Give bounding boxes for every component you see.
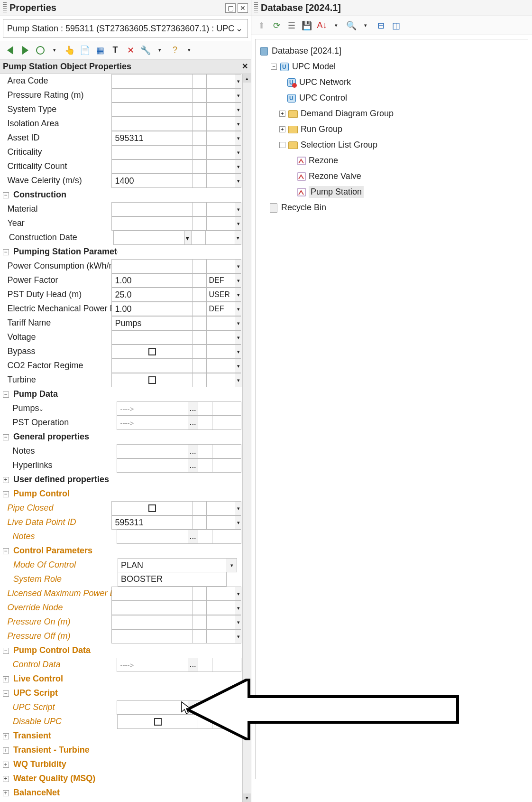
dropdown-co2-factor[interactable]: ▾ <box>236 359 241 373</box>
window-icon[interactable]: ◫ <box>390 19 402 32</box>
browse-control-data-button[interactable]: ... <box>188 658 198 672</box>
dropdown-area-code[interactable]: ▾ <box>236 74 241 88</box>
dropdown-isolation-area[interactable]: ▾ <box>236 117 241 131</box>
input-pressure-off[interactable] <box>111 629 192 643</box>
target-button[interactable] <box>34 44 46 56</box>
expander-construction[interactable]: − <box>3 192 9 198</box>
dropdown-power-consumption[interactable]: ▾ <box>236 259 241 273</box>
delete-icon[interactable]: ✕ <box>124 44 137 56</box>
tree-root[interactable]: Database [2024.1] <box>259 43 524 59</box>
close-button[interactable] <box>238 3 248 13</box>
dropdown-power-factor[interactable]: ▾ <box>236 273 241 288</box>
input-wave-celerity[interactable]: 1400 <box>111 174 192 188</box>
document-icon[interactable]: 📄 <box>79 44 91 56</box>
tree-run-group[interactable]: +Run Group <box>259 121 524 137</box>
text-icon[interactable]: T <box>109 44 121 56</box>
checkbox-turbine[interactable] <box>111 373 192 387</box>
dropdown-voltage[interactable]: ▾ <box>236 330 241 345</box>
input-criticality[interactable] <box>111 145 192 159</box>
input-pressure-rating[interactable] <box>111 88 192 103</box>
pointer-icon[interactable]: 👆 <box>64 44 76 56</box>
dropdown-criticality[interactable]: ▾ <box>236 145 241 159</box>
dropdown-criticality-count[interactable]: ▾ <box>236 159 241 174</box>
expander-water-quality-msq[interactable]: + <box>3 776 9 782</box>
tree-selection-list[interactable]: −Selection List Group <box>259 137 524 153</box>
target-dropdown[interactable]: ▾ <box>48 44 61 56</box>
dropdown-bypass[interactable]: ▾ <box>236 345 241 359</box>
tree-rezone-valve[interactable]: Rezone Valve <box>259 168 524 184</box>
input-live-data-point[interactable]: 595311 <box>111 515 192 530</box>
scroll-up-icon[interactable]: ▴ <box>243 74 251 83</box>
input-mode-of-control[interactable]: PLAN <box>118 558 227 572</box>
input-asset-id[interactable]: 595311 <box>111 131 192 145</box>
input-notes2[interactable] <box>117 530 188 544</box>
sort-dropdown[interactable]: ▾ <box>330 19 342 32</box>
dropdown-pst-duty-head[interactable]: ▾ <box>236 288 241 302</box>
input-isolation-area[interactable] <box>111 117 192 131</box>
dropdown-licensed-max-power[interactable]: ▾ <box>236 587 241 601</box>
tree-demand-diagram[interactable]: +Demand Diagram Group <box>259 106 524 121</box>
expander-balancenet[interactable]: + <box>3 790 9 796</box>
input-criticality-count[interactable] <box>111 159 192 174</box>
tree-upc-model[interactable]: −UPC Model <box>259 59 524 75</box>
input-notes[interactable] <box>117 444 188 458</box>
expand-pumps-icon[interactable]: ⌄ <box>39 406 44 412</box>
dropdown-asset-id[interactable]: ▾ <box>236 131 241 145</box>
expander-selection-list[interactable]: − <box>279 142 285 148</box>
browse-pst-operation-button[interactable]: ... <box>188 416 198 430</box>
dropdown-system-type[interactable]: ▾ <box>236 103 241 117</box>
expander-upc-script[interactable]: − <box>3 690 9 697</box>
checkbox-disable-upc[interactable] <box>117 715 198 729</box>
input-year[interactable] <box>111 216 192 231</box>
dropdown-year[interactable]: ▾ <box>236 216 241 231</box>
input-system-type[interactable] <box>111 103 192 117</box>
dropdown-elec-mech[interactable]: ▾ <box>236 302 241 316</box>
scroll-down-icon[interactable]: ▾ <box>243 793 251 802</box>
help-dropdown[interactable]: ▾ <box>183 44 195 56</box>
grid-icon[interactable]: ▦ <box>94 44 106 56</box>
input-system-role[interactable]: BOOSTER <box>118 572 227 587</box>
input-pst-operation[interactable]: ----> <box>117 416 188 430</box>
expander-pumping-station-params[interactable]: − <box>3 249 9 255</box>
connect-icon[interactable]: ⊟ <box>375 19 387 32</box>
expander-run-group[interactable]: + <box>279 126 285 132</box>
dropdown-override-node[interactable]: ▾ <box>236 601 241 615</box>
browse-upc-script-button[interactable]: ... <box>188 700 198 715</box>
grip-icon[interactable] <box>3 2 7 14</box>
wrench-dropdown[interactable]: ▾ <box>154 44 166 56</box>
expander-pump-control[interactable]: − <box>3 491 9 497</box>
find-dropdown[interactable]: ▾ <box>359 19 372 32</box>
expander-user-defined[interactable]: + <box>3 477 9 483</box>
up-arrow-icon[interactable]: ⬆ <box>255 19 267 32</box>
expander-upc-model[interactable]: − <box>271 64 277 70</box>
checkbox-pipe-closed[interactable] <box>111 501 192 515</box>
tree-pump-station[interactable]: Pump Station <box>259 184 524 200</box>
dropdown-pipe-closed[interactable]: ▾ <box>236 501 241 515</box>
browse-notes2-button[interactable]: ... <box>188 530 198 544</box>
tree-upc-network[interactable]: UPC Network <box>259 75 524 90</box>
object-selector-dropdown[interactable]: ⌄ <box>234 23 244 34</box>
dropdown-pressure-on[interactable]: ▾ <box>236 615 241 629</box>
sort-icon[interactable]: A↓ <box>316 19 328 32</box>
expander-transient-turbine[interactable]: + <box>3 747 9 754</box>
expander-pump-control-data[interactable]: − <box>3 648 9 654</box>
expander-pump-data[interactable]: − <box>3 392 9 398</box>
refresh-icon[interactable]: ⟳ <box>270 19 283 32</box>
input-hyperlinks[interactable] <box>117 458 188 473</box>
expander-transient[interactable]: + <box>3 733 9 739</box>
expander-control-params[interactable]: − <box>3 548 9 554</box>
dropdown-live-data-point[interactable]: ▾ <box>236 515 241 530</box>
dropdown-wave-celerity[interactable]: ▾ <box>236 174 241 188</box>
prev-button[interactable] <box>4 44 16 56</box>
tree-recycle-bin[interactable]: Recycle Bin <box>259 200 524 215</box>
input-co2-factor[interactable] <box>111 359 192 373</box>
date-picker-button[interactable]: ▾ <box>184 231 191 245</box>
input-licensed-max-power[interactable] <box>111 587 192 601</box>
object-selector[interactable]: Pump Station : 595311 (ST27363605.ST2736… <box>3 19 248 38</box>
expander-live-control[interactable]: + <box>3 676 9 682</box>
input-power-factor[interactable]: 1.00 <box>111 273 192 288</box>
input-pumps[interactable]: ----> <box>117 401 188 416</box>
input-override-node[interactable] <box>111 601 192 615</box>
checkbox-bypass[interactable] <box>111 345 192 359</box>
input-power-consumption[interactable] <box>111 259 192 273</box>
